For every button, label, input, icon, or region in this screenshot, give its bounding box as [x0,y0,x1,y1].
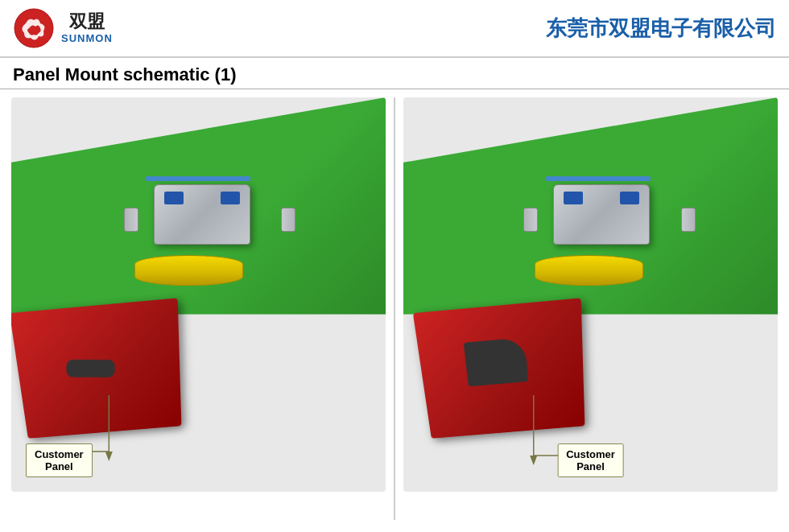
main-content: Customer Panel [0,89,789,528]
red-panel-hole [67,360,116,377]
callout-label-left: Customer Panel [26,443,93,477]
blue-stripe-right [546,176,651,181]
callout-label-right: Customer Panel [557,443,624,477]
yellow-gasket-left [134,255,243,286]
page-title: Panel Mount schematic (1) [13,64,237,85]
logo-chinese: 双盟 [69,12,105,31]
center-divider [394,97,395,520]
connector-tab-right-right [681,208,696,232]
sunmon-logo-icon [13,7,55,49]
right-diagram-panel: Customer Panel [403,97,778,520]
left-diagram-panel: Customer Panel [11,97,386,520]
logo-area: 双盟 SUNMON [13,7,113,49]
company-name: 东莞市双盟电子有限公司 [546,14,776,43]
red-panel-left [11,299,182,439]
page-title-bar: Panel Mount schematic (1) [0,58,789,89]
red-panel-right [413,299,585,439]
connector-tab-right [281,208,295,232]
connector-body-left [154,184,250,245]
logo-english: SUNMON [61,32,113,44]
right-scene: Customer Panel [403,97,778,492]
connector-tab-right-left [523,208,538,232]
logo-text: 双盟 SUNMON [61,12,113,43]
yellow-gasket-right [535,255,643,286]
header: 双盟 SUNMON 东莞市双盟电子有限公司 [0,0,789,58]
left-scene: Customer Panel [11,97,386,492]
connector-body-right [553,184,650,245]
blue-stripe-left [146,176,250,181]
connector-tab-left [124,208,138,232]
